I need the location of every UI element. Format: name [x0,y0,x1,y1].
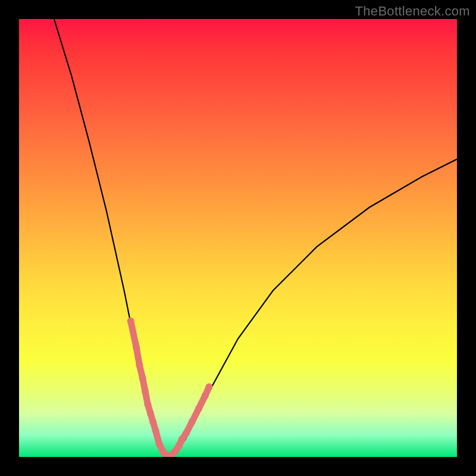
marker-dot [205,383,212,390]
watermark-text: TheBottleneck.com [355,4,470,19]
plot-area [19,19,457,457]
chart-frame: TheBottleneck.com [0,0,476,476]
bottleneck-curve [54,19,457,457]
curve-layer [19,19,457,457]
marker-segment [131,321,137,347]
marker-group [127,318,213,457]
